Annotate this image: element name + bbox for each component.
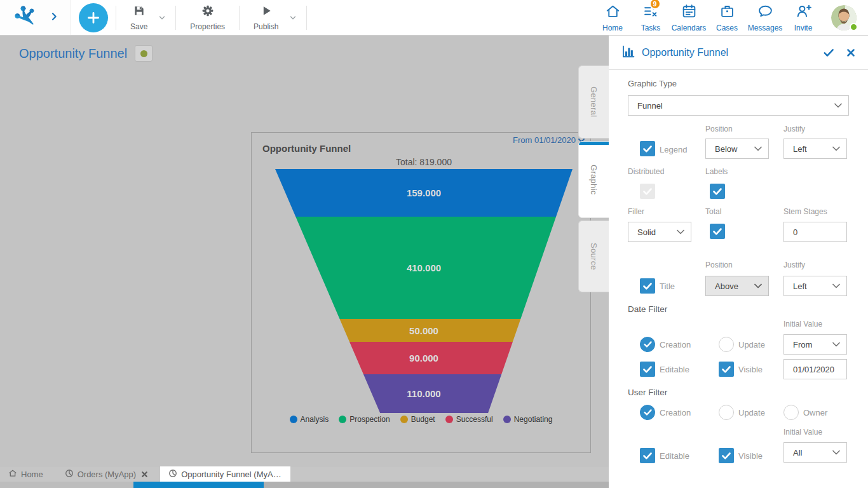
legend-position-select[interactable]: Below: [705, 139, 769, 159]
nav-item-tasks[interactable]: 9 Tasks: [632, 3, 670, 32]
nav-label: Invite: [794, 24, 813, 32]
title-justify-value: Left: [793, 281, 807, 291]
chevron-down-icon: [832, 146, 840, 151]
funnel-segment-successful[interactable]: 90.000: [275, 342, 573, 374]
labels-label: Labels: [705, 167, 728, 176]
tab-source[interactable]: Source: [578, 220, 609, 292]
active-tab-indicator: [133, 482, 264, 488]
nav-item-messages[interactable]: Messages: [746, 3, 784, 32]
chart-date-filter[interactable]: From 01/01/2020: [513, 135, 585, 145]
home-icon: [605, 3, 621, 22]
save-dropdown-chevron-icon[interactable]: [158, 13, 166, 22]
widget-settings-panel: Opportunity Funnel Graphic Type Funnel P…: [609, 36, 868, 488]
total-checkbox[interactable]: [710, 224, 725, 239]
legend-dot-icon: [339, 416, 346, 423]
date-editable-checkbox[interactable]: [640, 362, 655, 377]
user-editable-checkbox[interactable]: [640, 448, 655, 463]
legend-item-budget[interactable]: Budget: [400, 415, 435, 424]
tabbar-scrollbar[interactable]: [264, 482, 609, 488]
user-visible-checkbox[interactable]: [719, 448, 734, 463]
bottom-tab-orders[interactable]: Orders (MyApp): [57, 466, 156, 482]
date-visible-checkbox[interactable]: [719, 362, 734, 377]
filler-label: Filler: [628, 207, 644, 216]
chart-total-label: Total: 819.000: [275, 157, 573, 167]
distributed-checkbox: [640, 184, 655, 199]
publish-dropdown-chevron-icon[interactable]: [288, 13, 297, 22]
legend-checkbox[interactable]: [640, 141, 655, 156]
page-title: Opportunity Funnel: [19, 46, 127, 61]
properties-button[interactable]: Properties: [184, 2, 231, 34]
segment-value: 410.000: [407, 262, 441, 273]
panel-actions: [822, 46, 857, 59]
funnel-segment-analysis[interactable]: 159.000: [275, 169, 573, 217]
funnel-chart-widget[interactable]: From 01/01/2020 Opportunity Funnel Total…: [251, 132, 591, 453]
user-owner-radio[interactable]: [783, 405, 799, 420]
title-position-select[interactable]: Above: [705, 276, 769, 296]
chart-legend: Analysis Prospection Budget Successful N…: [252, 415, 590, 424]
chevron-down-icon: [834, 103, 842, 108]
date-value-input[interactable]: [783, 359, 847, 379]
menu-expand-chevron-icon[interactable]: [49, 11, 59, 24]
legend-dot-icon: [503, 416, 511, 423]
funnel-segment-negotiating[interactable]: 110.000: [275, 374, 573, 413]
app-logo-icon[interactable]: [13, 5, 38, 30]
funnel-segment-prospection[interactable]: 410.000: [275, 217, 573, 319]
toolbar-divider: [175, 6, 176, 30]
labels-checkbox[interactable]: [710, 184, 725, 199]
date-initial-value-select[interactable]: From: [783, 334, 847, 355]
apply-check-icon[interactable]: [822, 46, 835, 59]
legend-label: Analysis: [301, 415, 329, 424]
chevron-down-icon: [677, 229, 684, 234]
properties-label: Properties: [190, 22, 225, 31]
date-initial-value: From: [793, 340, 812, 349]
date-initial-value-label: Initial Value: [783, 320, 822, 329]
title-position-label: Position: [705, 261, 733, 269]
nav-item-cases[interactable]: Cases: [708, 3, 746, 32]
date-editable-label: Editable: [660, 365, 689, 374]
filler-select[interactable]: Solid: [628, 222, 691, 242]
user-creation-radio[interactable]: [640, 405, 655, 420]
date-creation-radio[interactable]: [640, 337, 655, 352]
date-visible-label: Visible: [738, 365, 763, 374]
save-button[interactable]: Save: [124, 2, 154, 34]
user-initial-value-select[interactable]: All: [783, 442, 847, 463]
title-justify-select[interactable]: Left: [783, 276, 847, 296]
user-update-radio[interactable]: [719, 405, 734, 420]
bottom-tab-opportunity-funnel[interactable]: Opportunity Funnel (MyApp): [160, 466, 290, 482]
person-plus-icon: [796, 3, 811, 22]
nav-item-invite[interactable]: Invite: [784, 3, 822, 32]
page-status-button[interactable]: [135, 45, 153, 62]
funnel-chart: 159.000 410.000 50.000 90.000 110.000: [275, 169, 573, 413]
publish-button[interactable]: Publish: [247, 2, 285, 34]
stem-stages-input[interactable]: [783, 222, 847, 242]
date-update-label: Update: [738, 340, 765, 349]
toolbar-divider: [116, 6, 116, 30]
graphic-type-label: Graphic Type: [628, 79, 677, 88]
nav-label: Home: [602, 24, 623, 32]
close-icon[interactable]: [845, 47, 857, 58]
tab-label: Opportunity Funnel (MyApp): [181, 470, 281, 479]
nav-item-calendars[interactable]: Calendars: [670, 3, 708, 32]
date-update-radio[interactable]: [719, 337, 734, 352]
tab-general[interactable]: General: [578, 65, 609, 139]
legend-item-analysis[interactable]: Analysis: [290, 415, 329, 424]
nav-item-home[interactable]: Home: [593, 3, 632, 32]
title-checkbox[interactable]: [640, 278, 655, 294]
legend-item-negotiating[interactable]: Negotiating: [503, 415, 553, 424]
user-creation-label: Creation: [660, 408, 691, 417]
legend-justify-select[interactable]: Left: [783, 139, 847, 159]
bottom-tab-home[interactable]: Home: [0, 466, 51, 482]
toolbar-divider: [306, 6, 307, 30]
legend-item-successful[interactable]: Successful: [445, 415, 493, 424]
funnel-segment-budget[interactable]: 50.000: [275, 319, 573, 342]
graphic-type-select[interactable]: Funnel: [628, 95, 849, 116]
user-initial-value: All: [793, 448, 802, 458]
add-new-button[interactable]: [79, 3, 108, 32]
tab-graphic[interactable]: Graphic: [578, 141, 609, 218]
title-justify-label: Justify: [783, 261, 805, 269]
close-tab-icon[interactable]: [141, 471, 148, 478]
legend-item-prospection[interactable]: Prospection: [339, 415, 390, 424]
publish-label: Publish: [254, 22, 278, 31]
user-avatar[interactable]: [831, 5, 857, 30]
home-icon: [8, 469, 17, 480]
